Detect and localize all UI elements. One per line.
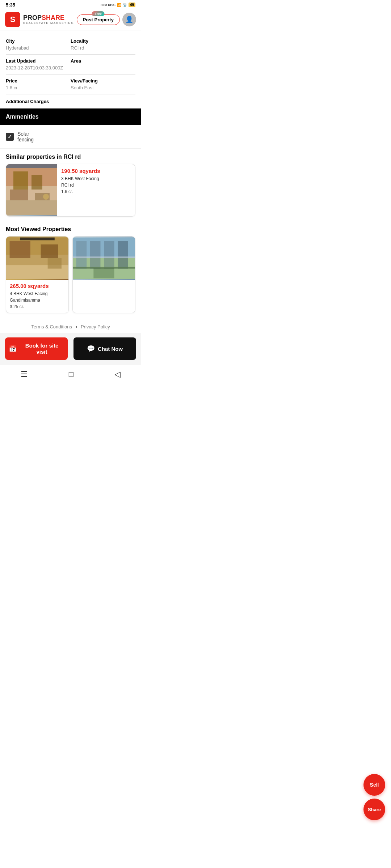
terms-link[interactable]: Terms & Conditions xyxy=(31,324,72,329)
facing-label: View/Facing xyxy=(71,78,135,84)
footer-separator xyxy=(76,326,77,328)
site-visit-button[interactable]: 📅 Book for site visit xyxy=(5,337,68,360)
status-icons: 0.03 KB/S 📶 📡 49 xyxy=(101,3,135,7)
most-viewed-image-1 xyxy=(6,237,68,280)
detail-facing: View/Facing South East xyxy=(71,75,135,94)
most-viewed-card-2[interactable] xyxy=(72,236,135,313)
amenity-name: Solarfencing xyxy=(17,131,34,142)
facing-value: South East xyxy=(71,85,135,90)
mv-size-1: 265.00 sqyards xyxy=(10,283,65,289)
logo-icon: S xyxy=(5,12,20,27)
amenity-checkbox[interactable] xyxy=(6,133,14,141)
detail-price: Price 1.6 cr. xyxy=(6,75,71,94)
locality-label: Locality xyxy=(71,38,135,44)
amenity-item: Solarfencing xyxy=(6,131,135,142)
mv-desc-1: 4 BHK West FacingGandimisamma3.25 cr. xyxy=(10,290,65,310)
chat-now-label: Chat Now xyxy=(98,346,123,352)
status-bar: 5:35 0.03 KB/S 📶 📡 49 xyxy=(0,0,141,9)
logo-prop: PROP xyxy=(23,14,42,21)
property-details: City Hyderabad Locality RCI rd Last Upda… xyxy=(0,30,141,94)
svg-rect-20 xyxy=(104,241,114,268)
post-property-label: Post Property xyxy=(83,17,114,22)
svg-rect-19 xyxy=(90,241,101,268)
svg-rect-21 xyxy=(118,241,128,268)
svg-point-7 xyxy=(43,194,49,200)
most-viewed-info-2 xyxy=(73,280,135,287)
detail-area: Area xyxy=(71,55,135,75)
most-viewed-info-1: 265.00 sqyards 4 BHK West FacingGandimis… xyxy=(6,280,68,313)
svg-rect-15 xyxy=(20,238,55,241)
svg-rect-12 xyxy=(41,244,58,258)
logo-sub: REALESTATE MARKETING xyxy=(23,22,74,25)
similar-property-card[interactable]: 190.50 sqyards 3 BHK West FacingRCI rd1.… xyxy=(6,164,135,217)
menu-nav-icon[interactable]: ☰ xyxy=(21,370,28,379)
svg-rect-18 xyxy=(76,241,87,268)
locality-value: RCI rd xyxy=(71,45,135,51)
property-image xyxy=(6,164,57,216)
most-viewed-cards: 265.00 sqyards 4 BHK West FacingGandimis… xyxy=(0,236,141,318)
last-updated-value: 2023-12-28T10:03:33.000Z xyxy=(6,65,65,71)
property-info: 190.50 sqyards 3 BHK West FacingRCI rd1.… xyxy=(57,164,135,216)
svg-rect-4 xyxy=(6,200,57,215)
amenities-header: Ammenities xyxy=(0,109,141,125)
additional-charges-section: Additional Charges xyxy=(0,94,141,109)
post-property-button[interactable]: Free Post Property xyxy=(77,14,120,25)
most-viewed-card-1[interactable]: 265.00 sqyards 4 BHK West FacingGandimis… xyxy=(6,236,69,313)
similar-properties-title: Similar properties in RCI rd xyxy=(0,149,141,164)
network-speed: 0.03 KB/S xyxy=(101,3,115,7)
similar-properties-section: Similar properties in RCI rd 190.50 sqya… xyxy=(0,149,141,217)
site-visit-label: Book for site visit xyxy=(20,342,64,355)
chat-now-button[interactable]: 💬 Chat Now xyxy=(73,337,136,360)
property-description: 3 BHK West FacingRCI rd1.6 cr. xyxy=(61,175,131,195)
svg-rect-3 xyxy=(31,175,42,190)
most-viewed-section: Most Viewed Properties 265.00 sqyards 4 … xyxy=(0,221,141,318)
city-value: Hyderabad xyxy=(6,45,65,51)
signal-icon: 📡 xyxy=(123,3,127,7)
details-grid: City Hyderabad Locality RCI rd Last Upda… xyxy=(6,35,135,94)
back-nav-icon[interactable]: ◁ xyxy=(114,370,121,379)
additional-charges-label: Additional Charges xyxy=(6,99,49,104)
property-size: 190.50 sqyards xyxy=(61,168,131,174)
logo-text: PROPSHARE REALESTATE MARKETING xyxy=(23,14,74,25)
price-label: Price xyxy=(6,78,65,84)
detail-city: City Hyderabad xyxy=(6,35,71,55)
amenities-list: Solarfencing xyxy=(0,125,141,149)
logo-name: PROPSHARE xyxy=(23,14,74,22)
user-avatar[interactable]: 👤 xyxy=(122,13,136,26)
last-updated-label: Last Updated xyxy=(6,58,65,64)
amenities-title: Ammenities xyxy=(6,114,39,120)
svg-rect-8 xyxy=(6,164,57,168)
home-nav-icon[interactable]: □ xyxy=(69,370,73,379)
svg-rect-2 xyxy=(13,171,28,190)
footer-links: Terms & Conditions Privacy Policy xyxy=(0,318,141,333)
svg-rect-14 xyxy=(48,258,62,269)
app-header: S PROPSHARE REALESTATE MARKETING Free Po… xyxy=(0,9,141,30)
logo-share: SHARE xyxy=(42,14,64,21)
battery-indicator: 49 xyxy=(129,3,135,7)
svg-rect-24 xyxy=(73,256,135,258)
action-bar: 📅 Book for site visit 💬 Chat Now xyxy=(0,333,141,365)
chat-icon: 💬 xyxy=(87,345,95,353)
most-viewed-title: Most Viewed Properties xyxy=(0,221,141,236)
city-label: City xyxy=(6,38,65,44)
price-value: 1.6 cr. xyxy=(6,85,65,90)
calendar-icon: 📅 xyxy=(9,345,17,353)
svg-rect-11 xyxy=(10,241,30,258)
most-viewed-image-2 xyxy=(73,237,135,280)
logo-area: S PROPSHARE REALESTATE MARKETING xyxy=(5,12,74,27)
detail-last-updated: Last Updated 2023-12-28T10:03:33.000Z xyxy=(6,55,71,75)
svg-rect-5 xyxy=(10,190,28,200)
nav-bar: ☰ □ ◁ xyxy=(0,365,141,386)
wifi-icon: 📶 xyxy=(117,3,121,7)
area-label: Area xyxy=(71,58,135,64)
privacy-link[interactable]: Privacy Policy xyxy=(81,324,110,329)
status-time: 5:35 xyxy=(6,2,15,8)
free-badge: Free xyxy=(92,11,105,16)
svg-rect-23 xyxy=(93,268,114,278)
detail-locality: Locality RCI rd xyxy=(71,35,135,55)
